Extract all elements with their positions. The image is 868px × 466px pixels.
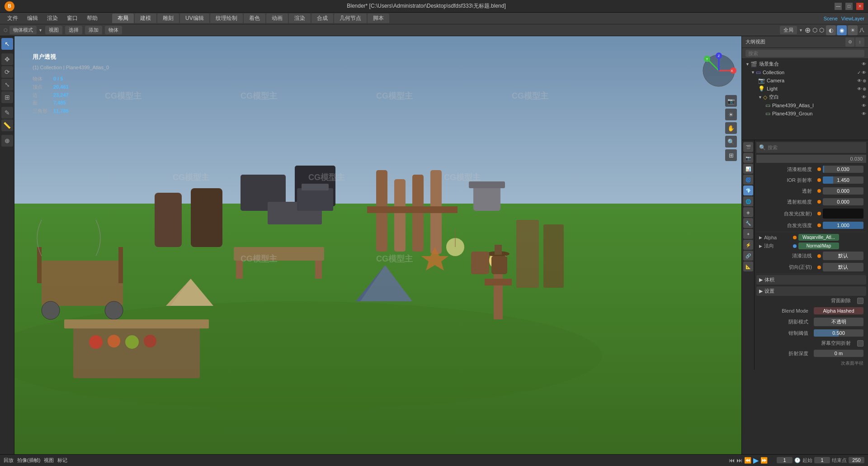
outliner-search-input[interactable]: [745, 50, 864, 57]
screen-space-checkbox[interactable]: [857, 340, 863, 347]
props-tab-scene[interactable]: 🎬: [743, 142, 753, 152]
frame-end-input[interactable]: [849, 457, 864, 463]
shadow-mode-value[interactable]: 不透明: [814, 318, 863, 326]
outliner-filter[interactable]: ⚙: [845, 38, 854, 47]
pivot-dropdown[interactable]: 全局: [780, 26, 797, 34]
tree-item-light[interactable]: 💡 Light 👁 ⊕: [742, 85, 868, 93]
close-button[interactable]: ✕: [856, 3, 863, 10]
menu-render[interactable]: 渲染: [43, 14, 61, 23]
normal-node-value[interactable]: Normal/Map: [798, 243, 839, 249]
material-preview-btn[interactable]: ◉: [837, 25, 847, 35]
viewport[interactable]: CG模型主 CG模型主 CG模型主 CG模型主 CG模型主 CG模型主 CG模型…: [14, 36, 741, 454]
navigation-gizmo[interactable]: X Y Z: [701, 52, 737, 89]
props-tab-data[interactable]: 📐: [743, 262, 753, 271]
tab-geometry-nodes[interactable]: 几何节点: [334, 14, 367, 23]
tangent-value[interactable]: 默认: [823, 263, 863, 271]
cursor-tool[interactable]: ⊕: [1, 135, 13, 147]
jump-start-btn[interactable]: ⏮: [729, 457, 735, 464]
move-tool[interactable]: ✥: [1, 53, 13, 65]
outliner-search-bar[interactable]: [742, 48, 868, 59]
transmission-value[interactable]: 0.000: [823, 187, 863, 195]
zoom-tool[interactable]: 🔍: [725, 136, 737, 147]
collection-visibility[interactable]: ✓: [857, 70, 861, 75]
scene-eye[interactable]: 👁: [862, 62, 866, 67]
tab-texture-paint[interactable]: 纹理绘制: [210, 14, 243, 23]
clearcoat-roughness-value[interactable]: 0.030: [823, 166, 863, 173]
prop-alpha-link[interactable]: ▶ Alpha Waqarville_Atl...: [756, 233, 866, 242]
proportional-icon[interactable]: ⬡: [812, 27, 817, 33]
blend-mode-value[interactable]: Alpha Hashed: [814, 307, 863, 314]
object-mode-dropdown[interactable]: 物体模式: [9, 26, 37, 34]
props-tab-object[interactable]: ◈: [743, 207, 753, 217]
grid-tool[interactable]: ⊞: [725, 149, 737, 161]
refraction-depth-value[interactable]: 0 m: [814, 350, 863, 357]
scale-tool[interactable]: ⤡: [1, 79, 13, 90]
tree-item-camera[interactable]: 📷 Camera 👁 ⊕: [742, 76, 868, 85]
tab-layout[interactable]: 布局: [112, 14, 134, 23]
annotate-tool[interactable]: ✎: [1, 107, 13, 119]
menu-window[interactable]: 窗口: [63, 14, 81, 23]
props-search-input[interactable]: [768, 145, 863, 150]
camera-tool[interactable]: 📷: [725, 95, 737, 107]
volume-section-header[interactable]: ▶ 体积: [756, 275, 866, 285]
light-cursor[interactable]: ⊕: [863, 86, 866, 91]
jump-end-btn[interactable]: ⏭: [736, 457, 742, 464]
camera-eye[interactable]: 👁: [857, 78, 862, 83]
transmission-roughness-value[interactable]: 0.000: [823, 198, 863, 205]
tab-modeling[interactable]: 建模: [135, 14, 156, 23]
props-tab-physics[interactable]: ⚡: [743, 240, 753, 250]
object-menu[interactable]: 物体: [105, 26, 122, 34]
light-eye[interactable]: 👁: [857, 86, 862, 91]
emission-color-picker[interactable]: [823, 209, 863, 219]
view-menu[interactable]: 视图: [45, 26, 62, 34]
prop-normal-link[interactable]: ▶ 法向 Normal/Map: [756, 242, 866, 250]
clearcoat-normal-value[interactable]: 默认: [823, 252, 863, 260]
frame-start-input[interactable]: [814, 457, 830, 463]
gizmo-toggle[interactable]: 八: [859, 27, 864, 33]
tree-item-collection[interactable]: ▼ ▭ Collection ✓ 👁: [742, 68, 868, 76]
overlay-dropdown[interactable]: ⬡: [819, 27, 824, 33]
tree-item-empty[interactable]: ▼ ◇ 空白 👁: [742, 93, 868, 101]
props-tab-particles[interactable]: ✦: [743, 229, 753, 239]
tree-item-scene[interactable]: ▼ 🎬 场景集合 👁: [742, 60, 868, 68]
mode-selector[interactable]: ⬡ 物体模式 ▼: [4, 26, 42, 34]
tab-shading[interactable]: 着色: [244, 14, 265, 23]
maximize-button[interactable]: □: [845, 3, 853, 10]
select-tool[interactable]: ↖: [1, 38, 13, 50]
hand-tool[interactable]: ✋: [725, 122, 737, 134]
props-tab-render[interactable]: 📷: [743, 153, 753, 163]
camera-cursor[interactable]: ⊕: [863, 78, 866, 83]
tab-render[interactable]: 渲染: [289, 14, 311, 23]
ior-value[interactable]: 1.450: [823, 176, 863, 184]
snap-icon[interactable]: ⊕: [805, 26, 811, 34]
tab-animation[interactable]: 动画: [266, 14, 288, 23]
settings-section-header[interactable]: ▶ 设置: [756, 286, 866, 296]
play-btn[interactable]: ▶: [753, 456, 759, 465]
tree-item-plane-atlas[interactable]: ▭ Plane4399_Atlas_l 👁: [742, 101, 868, 109]
menu-edit[interactable]: 编辑: [24, 14, 42, 23]
transform-tool[interactable]: ⊞: [1, 91, 13, 103]
empty-eye[interactable]: 👁: [862, 95, 866, 100]
frame-current-input[interactable]: [777, 457, 793, 463]
tab-scripting[interactable]: 脚本: [368, 14, 389, 23]
props-tab-output[interactable]: 📊: [743, 164, 753, 174]
sun-tool[interactable]: ☀: [725, 109, 737, 120]
props-tab-world[interactable]: 🌐: [743, 196, 753, 206]
outliner-sort[interactable]: ↕: [855, 38, 864, 47]
tab-compositing[interactable]: 合成: [311, 14, 333, 23]
next-frame-btn[interactable]: ⏩: [760, 457, 768, 464]
menu-file[interactable]: 文件: [4, 14, 22, 23]
backface-culling-checkbox[interactable]: [857, 298, 863, 304]
rotate-tool[interactable]: ⟳: [1, 66, 13, 78]
clip-threshold-value[interactable]: 0.500: [814, 329, 863, 337]
measure-tool[interactable]: 📏: [1, 119, 13, 131]
solid-shading-btn[interactable]: ◐: [826, 25, 836, 35]
props-tab-material[interactable]: 💎: [743, 185, 753, 195]
collection-eye[interactable]: 👁: [862, 70, 866, 75]
add-menu[interactable]: 添加: [85, 26, 102, 34]
tree-item-plane-ground[interactable]: ▭ Plane4399_Groun 👁: [742, 109, 868, 118]
alpha-node-value[interactable]: Waqarville_Atl...: [798, 234, 839, 241]
props-tab-constraints[interactable]: 🔗: [743, 251, 753, 261]
plane-ground-eye[interactable]: 👁: [862, 111, 866, 116]
props-tab-view-layer[interactable]: 🌀: [743, 175, 753, 185]
